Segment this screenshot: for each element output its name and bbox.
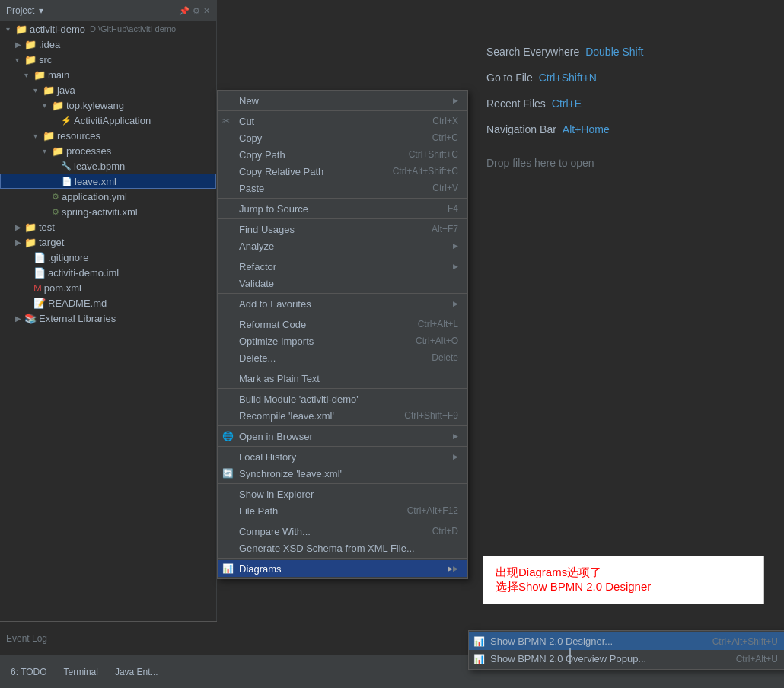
menu-shortcut-file-path: Ctrl+Alt+F12 <box>407 505 458 516</box>
menu-item-validate[interactable]: Validate <box>218 275 467 291</box>
menu-label-build: Build Module 'activiti-demo' <box>239 393 359 405</box>
menu-item-build[interactable]: Build Module 'activiti-demo' <box>218 390 467 407</box>
tree-label: spring-activiti.xml <box>62 206 138 218</box>
submenu-show-bpmn-designer[interactable]: 📊 Show BPMN 2.0 Designer... Ctrl+Alt+Shi… <box>469 632 784 650</box>
menu-item-new[interactable]: New <box>218 92 467 109</box>
tree-item-ext-libs[interactable]: ▶ 📚 External Libraries <box>0 311 216 326</box>
submenu-show-bpmn-popup[interactable]: 📊 Show BPMN 2.0 Overview Popup... Ctrl+A… <box>469 650 784 667</box>
close-icon[interactable]: ✕ <box>203 6 210 16</box>
project-dropdown[interactable]: Project <box>6 5 34 16</box>
menu-shortcut-paste: Ctrl+V <box>432 183 458 193</box>
tree-label: processes <box>66 145 111 157</box>
menu-item-copy-relative[interactable]: Copy Relative Path Ctrl+Alt+Shift+C <box>218 163 467 180</box>
tree-item-main[interactable]: ▾ 📁 main <box>0 67 216 82</box>
menu-item-show-explorer[interactable]: Show in Explorer <box>218 486 467 502</box>
menu-label-analyze: Analyze <box>239 240 274 252</box>
menu-item-browser[interactable]: 🌐 Open in Browser <box>218 428 467 444</box>
menu-item-refactor[interactable]: Refactor <box>218 258 467 275</box>
tree-item-processes[interactable]: ▾ 📁 processes <box>0 143 216 158</box>
tree-item-gitignore[interactable]: 📄 .gitignore <box>0 250 216 265</box>
tree-item-pom[interactable]: M pom.xml <box>0 280 216 295</box>
context-menu: New ✂ Cut Ctrl+X Copy Ctrl+C Copy Path C… <box>217 90 468 579</box>
menu-item-jump[interactable]: Jump to Source F4 <box>218 200 467 217</box>
menu-item-copy-path[interactable]: Copy Path Ctrl+Shift+C <box>218 146 467 163</box>
tree-item-resources[interactable]: ▾ 📁 resources <box>0 128 216 143</box>
menu-item-file-path[interactable]: File Path Ctrl+Alt+F12 <box>218 502 467 519</box>
menu-label-copy-relative: Copy Relative Path <box>239 166 323 177</box>
sidebar-header: Project ▾ 📌 ⚙ ✕ <box>0 0 216 21</box>
sidebar-toolbar: 📌 ⚙ ✕ <box>179 6 210 16</box>
submenu-shortcut-bpmn-designer: Ctrl+Alt+Shift+U <box>712 636 778 647</box>
tree-item-activiti-demo[interactable]: ▾ 📁 activiti-demo D:\GitHub\activiti-dem… <box>0 21 216 37</box>
menu-label-xsd: Generate XSD Schema from XML File... <box>239 543 415 554</box>
menu-item-synchronize[interactable]: 🔄 Synchronize 'leave.xml' <box>218 465 467 482</box>
project-path: D:\GitHub\activiti-demo <box>90 24 176 33</box>
tree-label: test <box>39 221 55 233</box>
pin-icon[interactable]: 📌 <box>179 6 190 16</box>
tree-item-src[interactable]: ▾ 📁 src <box>0 52 216 67</box>
menu-item-cut[interactable]: ✂ Cut Ctrl+X <box>218 113 467 129</box>
tab-terminal[interactable]: Terminal <box>56 664 106 680</box>
menu-sep-3 <box>218 218 467 219</box>
settings-icon[interactable]: ⚙ <box>193 6 200 16</box>
menu-sep-13 <box>218 558 467 559</box>
tree-item-readme[interactable]: 📝 README.md <box>0 295 216 311</box>
menu-item-find-usages[interactable]: Find Usages Alt+F7 <box>218 221 467 237</box>
tree-item-idea[interactable]: ▶ 📁 .idea <box>0 37 216 52</box>
menu-label-browser: Open in Browser <box>239 431 313 442</box>
tree-item-activiti-app[interactable]: ⚡ ActivitiApplication <box>0 113 216 128</box>
menu-item-recompile[interactable]: Recompile 'leave.xml' Ctrl+Shift+F9 <box>218 407 467 424</box>
menu-item-copy[interactable]: Copy Ctrl+C <box>218 129 467 146</box>
tab-todo[interactable]: 6: TODO <box>3 664 55 680</box>
tree-label: src <box>39 54 52 65</box>
menu-label-diagrams: Diagrams <box>239 563 282 575</box>
menu-item-optimize[interactable]: Optimize Imports Ctrl+Alt+O <box>218 333 467 349</box>
sync-icon: 🔄 <box>222 468 234 479</box>
tree-label: leave.xml <box>75 176 116 187</box>
menu-label-cut: Cut <box>239 116 254 127</box>
menu-label-jump: Jump to Source <box>239 203 308 215</box>
menu-item-local-history[interactable]: Local History <box>218 448 467 465</box>
menu-label-validate: Validate <box>239 278 274 289</box>
tree-label: resources <box>57 130 100 142</box>
event-log-label: Event Log <box>6 633 47 644</box>
submenu-shortcut-bpmn-popup: Ctrl+Alt+U <box>736 654 778 664</box>
goto-file-label: Go to File <box>486 72 533 84</box>
menu-item-compare[interactable]: Compare With... Ctrl+D <box>218 523 467 540</box>
tree-label: target <box>39 237 64 248</box>
menu-item-diagrams[interactable]: 📊 Diagrams ▶ <box>218 560 467 577</box>
menu-sep-6 <box>218 314 467 314</box>
tree-item-leave-xml[interactable]: 📄 leave.xml <box>0 174 216 189</box>
menu-item-analyze[interactable]: Analyze <box>218 237 467 254</box>
tree-item-app-yml[interactable]: ⚙ application.yml <box>0 189 216 204</box>
tree-item-java[interactable]: ▾ 📁 java <box>0 82 216 97</box>
menu-label-reformat: Reformat Code <box>239 319 306 330</box>
tree-item-target[interactable]: ▶ 📁 target <box>0 234 216 250</box>
browser-icon: 🌐 <box>222 431 234 441</box>
menu-item-xsd[interactable]: Generate XSD Schema from XML File... <box>218 540 467 556</box>
tab-java-ent-label: Java Ent... <box>115 667 158 677</box>
menu-shortcut-compare: Ctrl+D <box>432 526 458 537</box>
menu-sep-1 <box>218 110 467 111</box>
menu-item-reformat[interactable]: Reformat Code Ctrl+Alt+L <box>218 316 467 333</box>
tree-item-top-kylewang[interactable]: ▾ 📁 top.kylewang <box>0 97 216 113</box>
menu-sep-5 <box>218 293 467 294</box>
menu-shortcut-delete: Delete <box>432 352 458 363</box>
tree-item-leave-bpmn[interactable]: 🔧 leave.bpmn <box>0 158 216 174</box>
menu-item-plain-text[interactable]: Mark as Plain Text <box>218 370 467 387</box>
tree-item-spring-xml[interactable]: ⚙ spring-activiti.xml <box>0 204 216 219</box>
tree-item-test[interactable]: ▶ 📁 test <box>0 219 216 234</box>
dropdown-arrow[interactable]: ▾ <box>39 5 43 16</box>
tree-item-iml[interactable]: 📄 activiti-demo.iml <box>0 265 216 280</box>
menu-shortcut-copy: Ctrl+C <box>432 132 458 143</box>
menu-item-favorites[interactable]: Add to Favorites <box>218 295 467 312</box>
sidebar-title-row: Project ▾ <box>6 5 43 16</box>
tab-java-ent[interactable]: Java Ent... <box>107 664 166 680</box>
tree-label: java <box>57 84 75 96</box>
menu-item-delete[interactable]: Delete... Delete <box>218 349 467 366</box>
search-label: Search Everywhere <box>486 46 579 58</box>
menu-item-paste[interactable]: Paste Ctrl+V <box>218 180 467 196</box>
diagrams-icon: 📊 <box>222 563 234 574</box>
shortcut-recent: Recent Files Ctrl+E <box>486 97 769 110</box>
shortcut-search: Search Everywhere Double Shift <box>486 46 769 58</box>
